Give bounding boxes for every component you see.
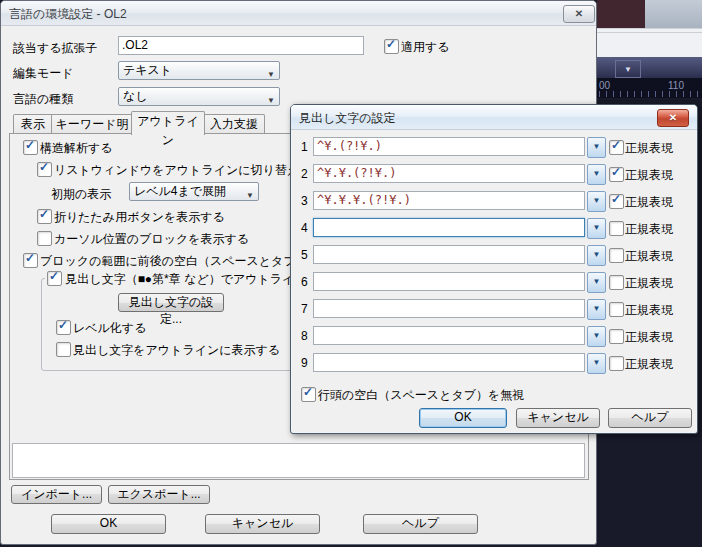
bg-app-toolbar-dropdown[interactable]: ▼: [615, 60, 641, 78]
pattern-dropdown-8[interactable]: ▼: [587, 326, 606, 347]
extension-label: 該当する拡張子: [13, 40, 98, 57]
heading-dialog-titlebar[interactable]: 見出し文字の設定 ✕: [291, 105, 697, 130]
show-heading-label: 見出し文字をアウトラインに表示する: [73, 343, 280, 357]
levelize-checkbox[interactable]: ✓: [56, 320, 71, 335]
pattern-input-3[interactable]: ^¥.¥.¥.(?!¥.): [313, 191, 585, 210]
regex-checkbox-2[interactable]: ✓: [609, 167, 624, 182]
regex-checkbox-4[interactable]: ✓: [609, 221, 624, 236]
structure-analysis-checkbox[interactable]: ✓: [23, 140, 38, 155]
tab-label: 表示: [21, 117, 45, 131]
ruler-label-left: 00: [599, 80, 610, 91]
chevron-down-icon: ▼: [267, 66, 275, 80]
pattern-input-5[interactable]: [313, 245, 585, 264]
tab-outline[interactable]: アウトライン: [131, 111, 205, 135]
language-type-combobox[interactable]: なし ▼: [118, 87, 280, 106]
check-icon: ✓: [303, 385, 313, 399]
pattern-input-7[interactable]: [313, 299, 585, 318]
import-button[interactable]: インポート...: [11, 485, 102, 504]
check-icon: ✓: [25, 251, 35, 265]
apply-label: 適用する: [401, 40, 450, 54]
chevron-down-icon: ▼: [593, 169, 601, 178]
apply-checkbox[interactable]: ✓: [384, 39, 399, 54]
tab-label: 入力支援: [210, 117, 258, 131]
pattern-dropdown-4[interactable]: ▼: [587, 218, 606, 239]
language-type-label: 言語の種類: [13, 91, 73, 108]
ruler-label-right: 110: [668, 80, 684, 91]
chevron-down-icon: ▼: [593, 196, 601, 205]
pattern-input-6[interactable]: [313, 272, 585, 291]
chevron-down-icon: ▼: [593, 223, 601, 232]
switch-list-window-label: リストウィンドウをアウトラインに切り替える: [54, 163, 311, 177]
pattern-dropdown-1[interactable]: ▼: [587, 137, 606, 158]
pattern-dropdown-6[interactable]: ▼: [587, 272, 606, 293]
pattern-dropdown-5[interactable]: ▼: [587, 245, 606, 266]
regex-checkbox-6[interactable]: ✓: [609, 275, 624, 290]
regex-label: 正規表現: [625, 303, 673, 317]
heading-outline-checkbox[interactable]: ✓: [47, 271, 62, 286]
tab-keyword[interactable]: キーワード明示: [51, 114, 133, 135]
pattern-input-2[interactable]: ^¥.¥.(?!¥.): [313, 164, 585, 183]
bg-app-titlebar-light: [645, 0, 702, 28]
initial-display-combobox[interactable]: レベル4まで展開 ▼: [129, 182, 259, 201]
regex-label: 正規表現: [625, 249, 673, 263]
pattern-dropdown-9[interactable]: ▼: [587, 353, 606, 374]
regex-checkbox-5[interactable]: ✓: [609, 248, 624, 263]
cursor-block-checkbox[interactable]: ✓: [37, 231, 52, 246]
screen: ▼ 00 110 言語の環境設定 - OL2 ✕ 該当する拡張子 .OL2 ✓ …: [0, 0, 702, 547]
pattern-input-9[interactable]: [313, 353, 585, 372]
heading-cancel-button[interactable]: キャンセル: [516, 408, 600, 428]
main-help-button[interactable]: ヘルプ: [363, 514, 478, 534]
chevron-down-icon: ▼: [593, 250, 601, 259]
pattern-dropdown-7[interactable]: ▼: [587, 299, 606, 320]
regex-checkbox-7[interactable]: ✓: [609, 302, 624, 317]
row-number: 8: [301, 329, 308, 343]
pattern-input-8[interactable]: [313, 326, 585, 345]
heading-close-button[interactable]: ✕: [657, 109, 689, 127]
regex-checkbox-1[interactable]: ✓: [609, 140, 624, 155]
chevron-down-icon: ▼: [593, 142, 601, 151]
heading-settings-dialog: 見出し文字の設定 ✕ 1 ^¥.(?!¥.) ▼ ✓ 正規表現 2 ^¥.¥.(…: [290, 104, 698, 434]
language-type-value: なし: [123, 89, 148, 103]
fold-buttons-label: 折りたたみ用ボタンを表示する: [54, 210, 225, 224]
export-button[interactable]: エクスポート...: [108, 485, 210, 504]
heading-settings-button[interactable]: 見出し文字の設定...: [118, 293, 224, 312]
pattern-dropdown-2[interactable]: ▼: [587, 164, 606, 185]
check-icon: ✓: [39, 207, 49, 221]
chevron-down-icon: ▼: [593, 277, 601, 286]
fold-buttons-checkbox[interactable]: ✓: [37, 209, 52, 224]
main-dialog-titlebar[interactable]: 言語の環境設定 - OL2 ✕: [1, 1, 596, 26]
pattern-dropdown-3[interactable]: ▼: [587, 191, 606, 212]
main-cancel-button[interactable]: キャンセル: [205, 514, 320, 534]
edit-mode-combobox[interactable]: テキスト ▼: [118, 61, 280, 80]
heading-ok-button[interactable]: OK: [419, 408, 507, 428]
regex-checkbox-9[interactable]: ✓: [609, 356, 624, 371]
levelize-label: レベル化する: [73, 321, 146, 335]
heading-help-button[interactable]: ヘルプ: [608, 408, 692, 428]
cursor-block-label: カーソル位置のブロックを表示する: [54, 232, 249, 246]
tab-display[interactable]: 表示: [13, 114, 53, 135]
regex-label: 正規表現: [625, 168, 673, 182]
row-number: 3: [301, 194, 308, 208]
block-range-checkbox[interactable]: ✓: [23, 253, 38, 268]
extension-input[interactable]: .OL2: [118, 36, 364, 55]
main-ok-button[interactable]: OK: [51, 514, 166, 534]
bg-app-dark-toolbar: [597, 57, 702, 78]
ignore-leading-checkbox[interactable]: ✓: [301, 387, 316, 402]
edit-mode-value: テキスト: [123, 63, 172, 77]
initial-display-label: 初期の表示: [51, 186, 111, 203]
regex-label: 正規表現: [625, 195, 673, 209]
pattern-input-4[interactable]: [313, 218, 585, 237]
pattern-input-1[interactable]: ^¥.(?!¥.): [313, 137, 585, 156]
switch-list-window-checkbox[interactable]: ✓: [37, 162, 52, 177]
tab-input-assist[interactable]: 入力支援: [203, 114, 265, 135]
row-number: 5: [301, 248, 308, 262]
regex-checkbox-8[interactable]: ✓: [609, 329, 624, 344]
check-icon: ✓: [611, 165, 621, 179]
main-close-button[interactable]: ✕: [563, 5, 595, 23]
check-icon: ✓: [39, 160, 49, 174]
regex-label: 正規表現: [625, 330, 673, 344]
check-icon: ✓: [25, 138, 35, 152]
regex-checkbox-3[interactable]: ✓: [609, 194, 624, 209]
heading-dialog-title: 見出し文字の設定: [299, 110, 396, 127]
show-heading-checkbox[interactable]: ✓: [56, 342, 71, 357]
